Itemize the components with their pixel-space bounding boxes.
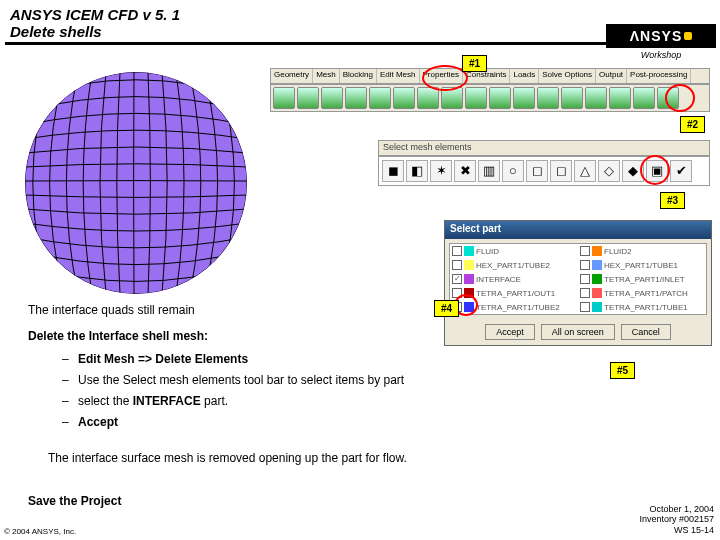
part-option[interactable]: TETRA_PART1/PATCH [578,286,706,300]
after-text: The interface surface mesh is removed op… [48,450,418,466]
footer-right: October 1, 2004 Inventory #002157 WS 15-… [639,504,714,536]
select-elem-icon[interactable]: ◇ [598,160,620,182]
part-option[interactable]: ✓INTERFACE [450,272,578,286]
page-title-1: ANSYS ICEM CFD v 5. 1 [10,6,710,23]
tab-edit-mesh[interactable]: Edit Mesh [377,69,420,83]
toolbar-icon[interactable] [489,87,511,109]
toolbar-icon[interactable] [393,87,415,109]
cancel-button[interactable]: Cancel [621,324,671,340]
tab-solve-options[interactable]: Solve Options [539,69,596,83]
page-title-2: Delete shells [10,23,710,40]
select-elem-icon[interactable]: ○ [502,160,524,182]
tab-post-processing[interactable]: Post-processing [627,69,691,83]
toolbar-icon[interactable] [345,87,367,109]
callout-5: #5 [610,362,635,379]
copyright: © 2004 ANSYS, Inc. [4,527,76,536]
toolbar-icon[interactable] [321,87,343,109]
select-mesh-elements-title: Select mesh elements [378,140,710,156]
accept-button[interactable]: Accept [485,324,535,340]
part-option[interactable]: FLUID [450,244,578,258]
part-option[interactable]: TETRA_PART1/INLET [578,272,706,286]
mesh-sphere-image [25,72,247,294]
toolbar-icon[interactable] [561,87,583,109]
ring-2 [665,84,695,112]
tab-output[interactable]: Output [596,69,627,83]
part-option[interactable]: TETRA_PART1/TUBE1 [578,300,706,314]
toolbar-icon[interactable] [297,87,319,109]
callout-1: #1 [462,55,487,72]
select-elem-icon[interactable]: ◧ [406,160,428,182]
all-on-screen-button[interactable]: All on screen [541,324,615,340]
tab-geometry[interactable]: Geometry [271,69,313,83]
select-part-list: FLUIDFLUID2HEX_PART1/TUBE2HEX_PART1/TUBE… [449,243,707,315]
select-elem-icon[interactable]: △ [574,160,596,182]
select-part-titlebar: Select part [445,221,711,239]
select-elem-icon[interactable]: ▥ [478,160,500,182]
toolbar-icon[interactable] [609,87,631,109]
tab-loads[interactable]: Loads [510,69,539,83]
toolbar-icon[interactable] [633,87,655,109]
toolbar-icon[interactable] [273,87,295,109]
select-elem-icon[interactable]: ◼ [382,160,404,182]
callout-2: #2 [680,116,705,133]
part-option[interactable]: HEX_PART1/TUBE1 [578,258,706,272]
select-elem-icon[interactable]: ✶ [430,160,452,182]
edit-mesh-toolbar [270,84,710,112]
main-tabstrip[interactable]: GeometryMeshBlockingEdit MeshPropertiesC… [270,68,710,84]
select-elem-icon[interactable]: ✔ [670,160,692,182]
save-project-text: Save the Project [28,494,121,508]
delete-heading: Delete the Interface shell mesh: [28,328,208,344]
svg-point-1 [25,72,247,294]
instruction-list: Edit Mesh => Delete Elements Use the Sel… [62,350,422,434]
toolbar-icon[interactable] [585,87,607,109]
toolbar-icon[interactable] [537,87,559,109]
toolbar-icon[interactable] [513,87,535,109]
tab-blocking[interactable]: Blocking [340,69,377,83]
select-elem-icon[interactable]: ◻ [526,160,548,182]
select-elem-icon[interactable]: ✖ [454,160,476,182]
toolbar-icon[interactable] [369,87,391,109]
select-elem-icon[interactable]: ◻ [550,160,572,182]
toolbar-icon[interactable] [465,87,487,109]
select-part-dialog: Select part FLUIDFLUID2HEX_PART1/TUBE2HE… [444,220,712,346]
tab-mesh[interactable]: Mesh [313,69,340,83]
remain-text: The interface quads still remain [28,302,195,318]
part-option[interactable]: HEX_PART1/TUBE2 [450,258,578,272]
part-option[interactable]: FLUID2 [578,244,706,258]
ring-3 [640,155,670,185]
callout-4: #4 [434,300,459,317]
callout-3: #3 [660,192,685,209]
toolbar-icon[interactable] [417,87,439,109]
ansys-logo: ΛNSYS [606,24,716,48]
workshop-label: Workshop [606,50,716,60]
